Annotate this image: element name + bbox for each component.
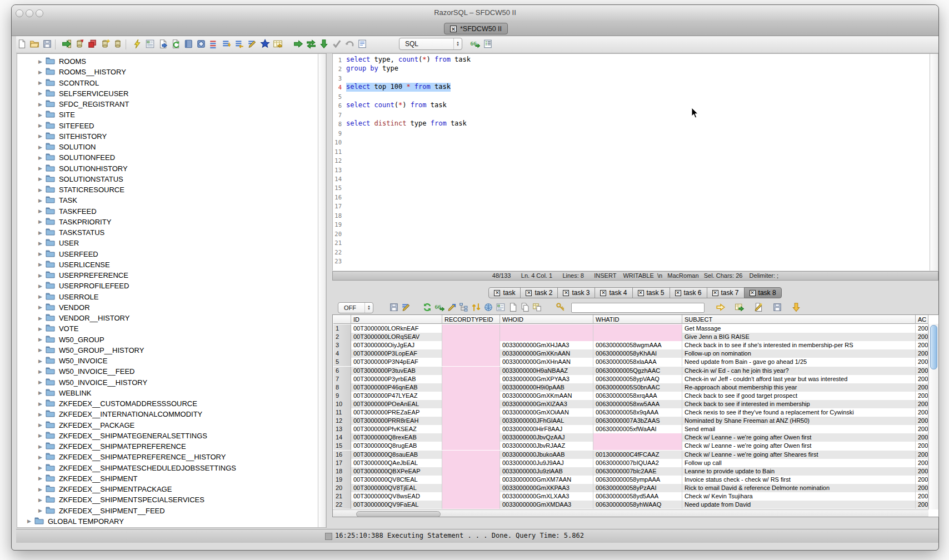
results-tab-task-7[interactable]: ✕task 7 — [707, 287, 745, 298]
expand-arrow-icon[interactable]: ▶ — [38, 91, 42, 96]
column-header-subject[interactable]: SUBJECT — [682, 315, 916, 324]
expand-arrow-icon[interactable]: ▶ — [38, 433, 42, 438]
editor-scrollbar[interactable] — [930, 54, 938, 271]
download-arrow-icon[interactable] — [791, 302, 801, 312]
sidebar-item-taskpriority[interactable]: ▶TASKPRIORITY — [38, 217, 111, 227]
expand-arrow-icon[interactable]: ▶ — [38, 230, 42, 236]
expand-arrow-icon[interactable]: ▶ — [38, 219, 42, 224]
expand-arrow-icon[interactable]: ▶ — [38, 401, 42, 407]
sidebar-item-zkfedex-shipmentspecialservices[interactable]: ▶ZKFEDEX__SHIPMENTSPECIALSERVICES — [38, 494, 204, 505]
close-tab-icon[interactable]: ✕ — [526, 290, 532, 296]
sidebar-item-solutionfeed[interactable]: ▶SOLUTIONFEED — [38, 152, 115, 163]
abort-icon[interactable] — [87, 39, 98, 49]
fetch-down-icon[interactable] — [319, 39, 329, 49]
sidebar-item-zkfedex-shipmatepreference[interactable]: ▶ZKFEDEX__SHIPMATEPREFERENCE — [38, 441, 186, 452]
expand-arrow-icon[interactable]: ▶ — [38, 155, 42, 161]
scrollbar-thumb[interactable] — [356, 511, 441, 517]
sidebar-item-userrole[interactable]: ▶USERROLE — [38, 292, 98, 302]
sidebar-item-zkfedex-package[interactable]: ▶ZKFEDEX__PACKAGE — [38, 420, 134, 431]
sidebar-item-zkfedex-shipment-feed[interactable]: ▶ZKFEDEX__SHIPMENT__FEED — [38, 506, 165, 516]
table-export-icon[interactable] — [273, 39, 283, 49]
close-tab-icon[interactable]: ✕ — [563, 290, 569, 296]
expand-arrow-icon[interactable]: ▶ — [38, 123, 42, 128]
expand-arrow-icon[interactable]: ▶ — [38, 497, 42, 503]
copy-pages-icon[interactable] — [520, 302, 530, 312]
expand-arrow-icon[interactable]: ▶ — [38, 508, 42, 513]
document-tab[interactable]: ✕ *SFDCW50 II — [444, 23, 508, 34]
shift-left-lines-icon[interactable] — [234, 39, 245, 49]
expand-arrow-icon[interactable]: ▶ — [27, 518, 31, 524]
filter-edit-icon[interactable] — [401, 302, 411, 312]
expand-arrow-icon[interactable]: ▶ — [38, 198, 42, 203]
expand-arrow-icon[interactable]: ▶ — [38, 262, 42, 267]
save-icon[interactable] — [42, 39, 53, 49]
column-header-ac[interactable]: AC — [916, 315, 928, 324]
expand-arrow-icon[interactable]: ▶ — [38, 251, 42, 257]
sidebar-item-w50-invoice[interactable]: ▶W50_INVOICE — [38, 356, 107, 366]
table-page-icon[interactable] — [532, 302, 542, 312]
sidebar-item-zkfedex-internationalcommodity[interactable]: ▶ZKFEDEX__INTERNATIONALCOMMODITY — [38, 409, 202, 419]
commit-check-icon[interactable] — [332, 39, 342, 49]
expand-arrow-icon[interactable]: ▶ — [38, 487, 42, 492]
rollback-undo-icon[interactable] — [344, 39, 355, 49]
expand-arrow-icon[interactable]: ▶ — [38, 208, 42, 214]
results-search-input[interactable] — [571, 303, 705, 313]
window-titlebar[interactable]: RazorSQL – SFDCW50 II — [12, 5, 938, 21]
refresh-documents-icon[interactable] — [171, 39, 181, 49]
expand-arrow-icon[interactable]: ▶ — [38, 241, 42, 246]
results-tab-task-6[interactable]: ✕task 6 — [670, 287, 707, 298]
sidebar-item-w50-invoice-feed[interactable]: ▶W50_INVOICE__FEED — [38, 366, 134, 377]
sidebar-item-userpreference[interactable]: ▶USERPREFERENCE — [38, 270, 128, 281]
sidebar-item-view[interactable]: ▶VIEW — [27, 527, 66, 528]
sidebar-item-zkfedex-shipmatepreference-history[interactable]: ▶ZKFEDEX__SHIPMATEPREFERENCE__HISTORY — [38, 452, 226, 462]
expand-arrow-icon[interactable]: ▶ — [38, 316, 42, 321]
sidebar-item-rooms-history[interactable]: ▶ROOMS__HISTORY — [38, 67, 126, 77]
sort-down-lines-icon[interactable] — [222, 39, 232, 49]
results-tab-task-2[interactable]: ✕task 2 — [520, 287, 558, 298]
sidebar-item-scontrol[interactable]: ▶SCONTROL — [38, 78, 99, 88]
sidebar-item-global-temporary[interactable]: ▶GLOBAL TEMPORARY — [27, 516, 124, 527]
results-horizontal-scrollbar[interactable] — [333, 509, 928, 517]
open-folder-icon[interactable] — [29, 39, 40, 49]
list-stack-icon[interactable] — [209, 39, 219, 49]
expand-arrow-icon[interactable]: ▶ — [38, 412, 42, 417]
expand-arrow-icon[interactable]: ▶ — [38, 69, 42, 75]
close-tab-icon[interactable]: ✕ — [750, 290, 756, 296]
edit-lines-icon[interactable] — [247, 39, 258, 49]
expand-arrow-icon[interactable]: ▶ — [38, 294, 42, 299]
close-tab-icon[interactable]: ✕ — [600, 290, 606, 296]
expand-arrow-icon[interactable]: ▶ — [38, 347, 42, 353]
convert-quotes-icon[interactable]: 66 — [434, 302, 444, 312]
sidebar-item-taskstatus[interactable]: ▶TASKSTATUS — [38, 227, 104, 238]
save-results-icon[interactable] — [772, 302, 782, 312]
expand-arrow-icon[interactable]: ▶ — [38, 454, 42, 460]
disconnect-database-icon[interactable] — [74, 39, 85, 49]
sidebar-item-rooms[interactable]: ▶ROOMS — [38, 56, 86, 67]
close-tab-icon[interactable]: ✕ — [494, 290, 500, 296]
sidebar-item-sfdc-registrant[interactable]: ▶SFDC_REGISTRANT — [38, 99, 129, 109]
favorites-star-icon[interactable] — [260, 39, 271, 49]
sidebar-item-sitehistory[interactable]: ▶SITEHISTORY — [38, 131, 107, 142]
results-tab-task-5[interactable]: ✕task 5 — [632, 287, 670, 298]
expand-arrow-icon[interactable]: ▶ — [38, 144, 42, 150]
expand-arrow-icon[interactable]: ▶ — [38, 102, 42, 107]
sidebar-item-solutionhistory[interactable]: ▶SOLUTIONHISTORY — [38, 163, 128, 174]
sort-updown-icon[interactable] — [471, 302, 481, 312]
expand-arrow-icon[interactable]: ▶ — [38, 379, 42, 385]
log-list-icon[interactable] — [483, 39, 493, 49]
sidebar-item-zkfedex-shipment[interactable]: ▶ZKFEDEX__SHIPMENT — [38, 473, 138, 484]
column-header-whatid[interactable]: WHATID — [593, 315, 682, 324]
results-tab-task-8[interactable]: ✕task 8 — [744, 287, 782, 298]
statement-type-select[interactable]: SQL ▲▼ — [399, 38, 462, 50]
results-grid[interactable]: IDRECORDTYPEIDWHOIDWHATIDSUBJECTAC100T30… — [332, 314, 939, 517]
expand-arrow-icon[interactable]: ▶ — [38, 273, 42, 278]
sidebar-item-selfserviceuser[interactable]: ▶SELFSERVICEUSER — [38, 88, 128, 99]
edit-arrow-icon[interactable] — [447, 302, 457, 312]
import-table-icon[interactable] — [735, 302, 745, 312]
schema-browser-icon[interactable] — [145, 39, 156, 49]
sidebar-item-zkfedex-customaddresssource[interactable]: ▶ZKFEDEX__CUSTOMADDRESSSOURCE — [38, 398, 197, 409]
expand-arrow-icon[interactable]: ▶ — [38, 304, 42, 310]
globe-sync-icon[interactable] — [483, 302, 493, 312]
sidebar-item-userprofilefeed[interactable]: ▶USERPROFILEFEED — [38, 281, 129, 291]
sidebar-item-w50-group[interactable]: ▶W50_GROUP — [38, 334, 104, 345]
